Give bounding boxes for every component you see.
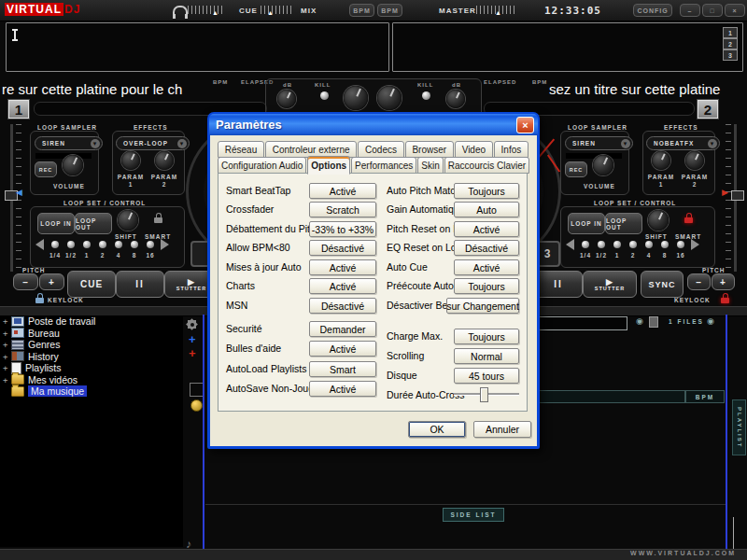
deck1-loop-step-dot[interactable] — [115, 241, 122, 248]
tab-reseau[interactable]: Réseau — [218, 141, 264, 158]
deck1-pitch-minus-button[interactable]: – — [13, 273, 38, 290]
auto-update-button[interactable]: Activé — [309, 259, 376, 275]
tree-item-music-selected[interactable]: Ma musique — [0, 385, 183, 398]
config-button[interactable]: CONFIG — [633, 4, 672, 17]
auto-preview-button[interactable]: Toujours — [454, 278, 519, 294]
mixer-treble-right-knob[interactable] — [377, 86, 402, 110]
deck2-loop-step-left-icon[interactable] — [566, 239, 574, 250]
deck1-pause-button[interactable]: II — [116, 271, 164, 298]
deck2-loop-out-button[interactable]: LOOP OUT — [605, 213, 642, 234]
add-red-icon[interactable]: + — [189, 349, 196, 358]
crossfader-button[interactable]: Scratch — [309, 202, 376, 217]
deck2-loop-step-right-icon[interactable] — [691, 239, 699, 250]
deck2-pitch-plus-button[interactable]: + — [712, 273, 735, 290]
bpm-button-right[interactable]: BPM — [377, 4, 402, 17]
deck2-param1-knob[interactable] — [652, 151, 670, 170]
cancel-button[interactable]: Annuler — [473, 421, 531, 438]
deck1-loop-step-dot[interactable] — [147, 241, 154, 248]
deck1-loop-step-dot[interactable] — [131, 241, 138, 248]
pitch-reset-button[interactable]: Activé — [454, 221, 519, 237]
msn-button[interactable]: Désactivé — [309, 298, 376, 314]
deck1-sampler-select[interactable]: SIREN ▼ — [35, 136, 103, 150]
tooltips-button[interactable]: Activé — [309, 341, 376, 357]
deck2-play-stutter-button[interactable]: ▶ STUTTER — [583, 271, 637, 298]
tree-item-genres[interactable]: + Genres — [0, 339, 183, 351]
dialog-titlebar[interactable]: Paramètres × — [209, 114, 538, 135]
tab-configuration-audio[interactable]: Configuration Audio — [218, 157, 306, 174]
mixer-kill-right-button[interactable] — [422, 91, 430, 100]
minimize-button[interactable]: – — [680, 4, 700, 17]
playlist-tab[interactable]: PLAYLIST — [732, 399, 746, 455]
expander-icon[interactable]: + — [3, 329, 11, 338]
side-list-button[interactable]: SIDE LIST — [443, 508, 504, 522]
device-icon[interactable] — [649, 316, 658, 328]
automix-icon[interactable] — [190, 399, 203, 412]
deck2-sampler-select[interactable]: SIREN ▼ — [565, 136, 633, 150]
mixer-kill-left-button[interactable] — [320, 91, 329, 100]
expander-icon[interactable]: + — [3, 352, 11, 361]
tree-item-history[interactable]: + History — [0, 351, 183, 363]
auto-gain-button[interactable]: Auto — [454, 202, 519, 217]
dialog-close-button[interactable]: × — [516, 117, 534, 133]
deck1-smart-lock-icon[interactable] — [154, 217, 162, 223]
tab-performances[interactable]: Performances — [351, 157, 416, 174]
autoload-playlists-button[interactable]: Smart — [309, 361, 376, 377]
deck2-sync-button[interactable]: SYNC — [641, 271, 684, 298]
deck2-sampler-volume-knob[interactable] — [593, 155, 613, 175]
tab-options-active[interactable]: Options — [307, 156, 350, 175]
deck2-rec-button[interactable]: REC — [565, 161, 587, 177]
deck1-loop-step-left-icon[interactable] — [35, 239, 44, 250]
smart-beattap-button[interactable]: Activé — [309, 183, 376, 199]
deck2-param2-knob[interactable] — [685, 151, 704, 170]
deck1-sampler-volume-knob[interactable] — [63, 155, 83, 175]
deck1-loop-step-dot[interactable] — [67, 241, 75, 248]
auto-cue-button[interactable]: Activé — [454, 259, 519, 275]
gear-icon[interactable] — [188, 320, 196, 329]
deck1-loop-step-right-icon[interactable] — [161, 239, 169, 250]
mixer-gain-right-knob[interactable] — [446, 90, 465, 108]
deck1-shift-knob[interactable] — [118, 210, 138, 231]
allow-bpm-button[interactable]: Désactivé — [309, 240, 376, 256]
expander-icon[interactable]: + — [3, 316, 11, 326]
about-button[interactable]: □ — [702, 4, 723, 17]
eq-reset-button[interactable]: Désactivé — [454, 240, 519, 256]
max-load-button[interactable]: Toujours — [454, 329, 519, 344]
sample-bank-1-button[interactable]: 1 — [723, 27, 738, 38]
deck1-loop-step-dot[interactable] — [99, 241, 106, 248]
bpm-button-left[interactable]: BPM — [349, 4, 374, 17]
disc-mode-button[interactable]: 45 tours — [454, 368, 519, 384]
deck1-param1-knob[interactable] — [121, 151, 140, 170]
tree-item-desktop[interactable]: + Bureau — [0, 328, 183, 340]
deck1-param2-knob[interactable] — [155, 151, 174, 170]
deck1-rec-button[interactable]: REC — [35, 161, 57, 177]
auto-pitch-matching-button[interactable]: Toujours — [454, 183, 519, 199]
autosave-unplayed-button[interactable]: Activé — [309, 381, 376, 397]
deck1-effect-select[interactable]: OVER-LOOP ▼ — [116, 136, 190, 150]
security-button[interactable]: Demander — [309, 321, 376, 337]
beatlock-disable-button[interactable]: sur Changement — [446, 298, 519, 314]
tab-infos[interactable]: Infos — [494, 141, 529, 158]
tree-item-videos[interactable]: + Mes vidéos — [0, 374, 183, 386]
deck2-loop-step-dot[interactable] — [629, 241, 637, 248]
auto-cross-duration-slider[interactable] — [454, 387, 519, 400]
deck1-keylock-icon[interactable] — [35, 298, 44, 303]
search-icon[interactable]: ◉ — [636, 317, 643, 326]
tab-browser[interactable]: Browser — [405, 141, 454, 158]
deck1-loop-step-dot[interactable] — [51, 241, 59, 248]
mixer-treble-left-knob[interactable] — [344, 86, 368, 110]
deck2-loop-step-dot[interactable] — [613, 241, 621, 248]
headphone-volume-slider[interactable]: ▲ — [188, 6, 225, 14]
refresh-icon[interactable]: ◉ — [707, 317, 714, 326]
add-blue-icon[interactable]: + — [189, 335, 196, 344]
deck1-loop-out-button[interactable]: LOOP OUT — [75, 213, 112, 234]
deck1-pitch-plus-button[interactable]: + — [39, 273, 64, 290]
deck1-cue-button[interactable]: CUE — [67, 271, 116, 298]
mixer-gain-left-knob[interactable] — [277, 90, 296, 108]
master-volume-slider[interactable]: ▲ — [476, 6, 517, 14]
ok-button[interactable]: OK — [408, 421, 466, 438]
tab-codecs[interactable]: Codecs — [358, 141, 403, 158]
expander-icon[interactable]: + — [3, 363, 11, 372]
deck1-loop-in-button[interactable]: LOOP IN — [37, 213, 75, 234]
deck2-loop-step-dot[interactable] — [582, 241, 589, 248]
deck2-loop-step-dot[interactable] — [645, 241, 653, 248]
